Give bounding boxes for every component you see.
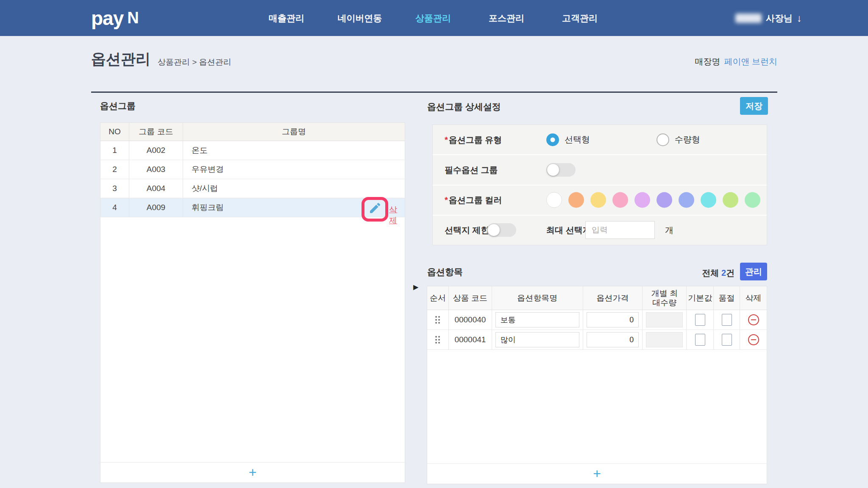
item-maxqty-input-disabled xyxy=(646,312,683,327)
user-menu[interactable]: 사장님 ↓ xyxy=(735,0,802,36)
max-select-label: 최대 선택지 xyxy=(546,225,591,236)
color-swatch[interactable] xyxy=(723,192,738,208)
table-row[interactable]: 3 A004 샷/시럽 xyxy=(100,179,405,198)
row-name: 우유변경 xyxy=(183,160,405,179)
row-code: A004 xyxy=(129,179,183,198)
option-group-table: NO 그룹 코드 그룹명 1 A002 온도 2 A003 우유변경 3 A00… xyxy=(100,122,405,483)
nav-item-sales[interactable]: 매출관리 xyxy=(261,0,312,36)
toggle-knob xyxy=(547,164,559,176)
total-count-text: 전체 2건 xyxy=(702,267,734,279)
row-no: 1 xyxy=(100,141,129,160)
option-item-row: 0000041 xyxy=(427,330,767,350)
col-delete: 삭제 xyxy=(740,286,767,310)
radio-select-type[interactable]: 선택형 xyxy=(546,133,590,146)
option-items-title: 옵션항목 xyxy=(427,266,463,278)
required-group-label: 필수옵션 그룹 xyxy=(445,164,498,175)
store-name-link[interactable]: 페이앤 브런치 xyxy=(724,56,777,67)
color-swatch[interactable] xyxy=(568,192,584,208)
row-no: 3 xyxy=(100,179,129,198)
required-asterisk: * xyxy=(445,135,448,144)
soldout-checkbox[interactable] xyxy=(722,334,732,346)
option-item-row: 0000040 xyxy=(427,310,767,330)
color-swatch[interactable] xyxy=(657,192,672,208)
option-items-table-header: 순서 상품 코드 옵션항목명 옵션가격 개별 최대수량 기본값 품절 삭제 xyxy=(427,286,767,310)
table-row[interactable]: 1 A002 온도 xyxy=(100,141,405,160)
col-product-code: 상품 코드 xyxy=(449,286,492,310)
manage-button[interactable]: 관리 xyxy=(740,263,767,280)
drag-handle-icon[interactable] xyxy=(435,336,440,344)
setting-row-type: *옵션그룹 유형 선택형 수량형 xyxy=(433,125,767,155)
collapse-caret-icon[interactable]: ▶ xyxy=(413,283,418,291)
col-item-name: 옵션항목명 xyxy=(492,286,583,310)
pa yn-logo[interactable]: pay N xyxy=(91,0,139,36)
item-code: 0000040 xyxy=(449,310,492,330)
row-code: A003 xyxy=(129,160,183,179)
default-checkbox[interactable] xyxy=(695,334,705,346)
radio-label: 선택형 xyxy=(565,134,590,145)
nav-item-products[interactable]: 상품관리 xyxy=(408,0,459,36)
total-count-number: 2 xyxy=(721,268,726,277)
logo-pay-text: pay xyxy=(91,7,123,30)
add-item-button[interactable]: + xyxy=(427,463,767,484)
soldout-checkbox[interactable] xyxy=(722,314,732,326)
remove-item-icon[interactable] xyxy=(748,334,759,345)
color-swatch[interactable] xyxy=(745,192,760,208)
col-default: 기본값 xyxy=(687,286,714,310)
save-button[interactable]: 저장 xyxy=(740,97,768,115)
row-no: 4 xyxy=(100,198,129,217)
color-swatch[interactable] xyxy=(546,192,562,208)
toggle-knob xyxy=(488,224,500,236)
item-price-input[interactable] xyxy=(587,332,639,347)
radio-quantity-type[interactable]: 수량형 xyxy=(657,133,700,146)
default-checkbox[interactable] xyxy=(695,314,705,326)
color-swatch[interactable] xyxy=(612,192,628,208)
nav-item-naver-sync[interactable]: 네이버연동 xyxy=(334,0,385,36)
color-swatch[interactable] xyxy=(679,192,694,208)
item-name-input[interactable] xyxy=(495,332,579,347)
color-swatch-row xyxy=(546,192,760,208)
header-divider xyxy=(91,92,777,93)
logo-n-text: N xyxy=(127,9,139,27)
col-price: 옵션가격 xyxy=(583,286,643,310)
item-name-input[interactable] xyxy=(495,312,579,327)
item-maxqty-input-disabled xyxy=(646,332,683,347)
detail-settings-panel: *옵션그룹 유형 선택형 수량형 필수옵션 그룹 *옵션그룹 컬러 xyxy=(432,125,767,245)
delete-group-link[interactable]: 삭제 xyxy=(389,204,405,226)
radio-label: 수량형 xyxy=(675,134,700,145)
option-group-title: 옵션그룹 xyxy=(100,100,136,112)
limit-label: 선택지 제한 xyxy=(445,225,490,236)
max-select-input[interactable] xyxy=(585,221,655,239)
col-group-code: 그룹 코드 xyxy=(129,123,183,141)
col-order: 순서 xyxy=(427,286,449,310)
edit-pencil-icon[interactable] xyxy=(368,201,382,215)
page-title: 옵션관리 xyxy=(91,49,150,69)
chevron-down-icon[interactable]: ↓ xyxy=(797,12,802,24)
table-row[interactable]: 2 A003 우유변경 xyxy=(100,160,405,179)
radio-unselected-icon[interactable] xyxy=(657,133,669,146)
item-code: 0000041 xyxy=(449,330,492,349)
nav-item-customers[interactable]: 고객관리 xyxy=(554,0,605,36)
color-swatch[interactable] xyxy=(590,192,606,208)
table-row-selected[interactable]: 4 A009 휘핑크림 xyxy=(100,198,405,217)
user-role-label: 사장님 xyxy=(766,12,793,24)
row-name: 온도 xyxy=(183,141,405,160)
nav-item-pos[interactable]: 포스관리 xyxy=(481,0,532,36)
drag-handle-icon[interactable] xyxy=(435,316,440,324)
row-code: A002 xyxy=(129,141,183,160)
col-soldout: 품절 xyxy=(714,286,740,310)
color-swatch[interactable] xyxy=(634,192,650,208)
top-nav-bar: pay N 매출관리 네이버연동 상품관리 포스관리 고객관리 사장님 ↓ xyxy=(0,0,868,36)
user-name-redacted xyxy=(735,14,762,23)
color-swatch[interactable] xyxy=(701,192,716,208)
store-label: 매장명 xyxy=(695,56,720,67)
breadcrumb: 상품관리 > 옵션관리 xyxy=(158,57,231,68)
required-group-toggle[interactable] xyxy=(546,163,576,177)
add-group-button[interactable]: + xyxy=(100,462,405,482)
remove-item-icon[interactable] xyxy=(748,314,759,325)
row-name: 샷/시럽 xyxy=(183,179,405,198)
store-info: 매장명 페이앤 브런치 xyxy=(695,56,777,67)
option-group-table-header: NO 그룹 코드 그룹명 xyxy=(100,123,405,141)
limit-toggle[interactable] xyxy=(487,223,516,237)
radio-selected-icon[interactable] xyxy=(546,133,559,146)
item-price-input[interactable] xyxy=(587,312,639,327)
